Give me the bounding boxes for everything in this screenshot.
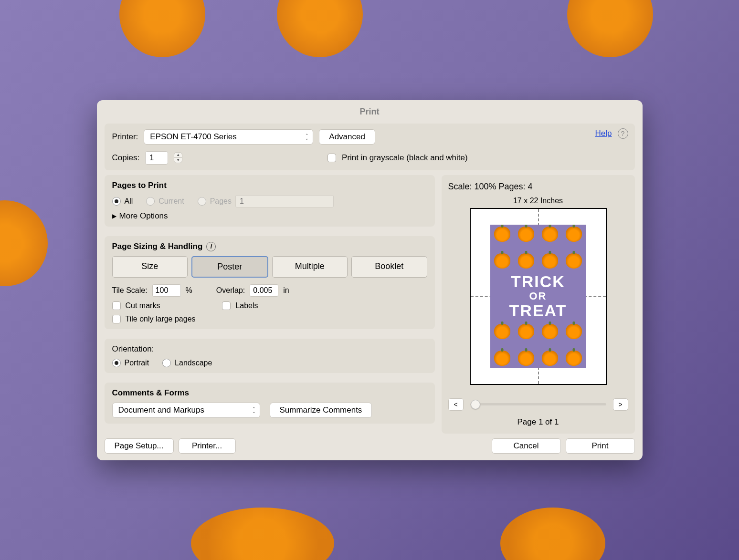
- pages-all-label: All: [125, 197, 133, 206]
- pages-range-radio[interactable]: [198, 197, 206, 206]
- sizing-multiple-button[interactable]: Multiple: [272, 256, 348, 278]
- more-options-toggle[interactable]: ▶ More Options: [112, 211, 427, 221]
- page-sizing-panel: Page Sizing & Handling i Size Poster Mul…: [105, 236, 435, 329]
- printer-label: Printer:: [112, 132, 138, 142]
- labels-checkbox[interactable]: [222, 301, 231, 310]
- poster-text-line2: OR: [529, 290, 547, 302]
- portrait-label: Portrait: [125, 359, 149, 367]
- help-link[interactable]: Help: [595, 129, 612, 138]
- preview-box: TRICK OR TREAT: [470, 208, 607, 385]
- comments-panel: Comments & Forms Document and Markups Su…: [105, 383, 435, 424]
- portrait-radio[interactable]: [112, 359, 121, 367]
- preview-panel: Scale: 100% Pages: 4 17 x 22 Inches TRIC…: [442, 175, 635, 434]
- sizing-title: Page Sizing & Handling: [112, 242, 203, 251]
- disclosure-triangle-icon: ▶: [112, 213, 116, 219]
- copies-stepper[interactable]: ▲ ▼: [174, 152, 182, 163]
- preview-slider[interactable]: [470, 403, 606, 405]
- orientation-panel: Orientation: Portrait Landscape: [105, 339, 435, 373]
- poster-text-line3: TREAT: [509, 302, 567, 320]
- comments-title: Comments & Forms: [112, 388, 427, 398]
- sizing-booklet-button[interactable]: Booklet: [351, 256, 427, 278]
- pages-all-radio[interactable]: [112, 197, 121, 206]
- info-icon[interactable]: i: [206, 242, 216, 251]
- summarize-comments-button[interactable]: Summarize Comments: [270, 403, 372, 418]
- poster-thumbnail: TRICK OR TREAT: [490, 225, 586, 368]
- preview-status: Scale: 100% Pages: 4: [448, 182, 628, 192]
- page-indicator: Page 1 of 1: [448, 417, 628, 427]
- sizing-title-row: Page Sizing & Handling i: [112, 242, 427, 251]
- overlap-unit: in: [283, 286, 289, 295]
- labels-label: Labels: [235, 301, 258, 310]
- copies-label: Copies:: [112, 153, 140, 163]
- grayscale-checkbox[interactable]: [327, 154, 336, 162]
- printer-select-value: EPSON ET-4700 Series: [150, 132, 236, 142]
- print-button[interactable]: Print: [566, 438, 635, 454]
- pages-current-radio[interactable]: [146, 197, 155, 206]
- pages-title: Pages to Print: [112, 181, 427, 190]
- more-options-label: More Options: [119, 211, 168, 221]
- orientation-title: Orientation:: [112, 344, 427, 354]
- printer-select[interactable]: EPSON ET-4700 Series: [144, 129, 313, 145]
- comments-select-value: Document and Markups: [118, 405, 204, 415]
- slider-thumb[interactable]: [471, 400, 480, 409]
- printer-settings-button[interactable]: Printer...: [179, 438, 236, 454]
- tile-only-checkbox[interactable]: [112, 315, 121, 323]
- overlap-input[interactable]: [250, 284, 278, 297]
- tile-scale-label: Tile Scale:: [112, 286, 148, 295]
- advanced-button[interactable]: Advanced: [319, 129, 375, 145]
- dialog-footer: Page Setup... Printer... Cancel Print: [105, 438, 635, 454]
- sizing-poster-button[interactable]: Poster: [191, 256, 268, 278]
- preview-next-button[interactable]: >: [613, 398, 628, 411]
- page-setup-button[interactable]: Page Setup...: [105, 438, 174, 454]
- tile-scale-unit: %: [186, 286, 192, 295]
- preview-dimensions: 17 x 22 Inches: [448, 197, 628, 205]
- cut-marks-checkbox[interactable]: [112, 301, 121, 310]
- cancel-button[interactable]: Cancel: [492, 438, 561, 454]
- landscape-radio[interactable]: [162, 359, 171, 367]
- landscape-label: Landscape: [175, 359, 212, 367]
- overlap-label: Overlap:: [216, 286, 245, 295]
- tile-scale-input[interactable]: [152, 284, 181, 297]
- printer-panel: Help ? Printer: EPSON ET-4700 Series Adv…: [105, 124, 635, 170]
- help-icon[interactable]: ?: [618, 128, 628, 139]
- tile-only-label: Tile only large pages: [126, 315, 196, 323]
- poster-text-line1: TRICK: [511, 273, 565, 290]
- stepper-up-icon[interactable]: ▲: [174, 153, 182, 158]
- pages-range-input[interactable]: [235, 195, 334, 207]
- dialog-title: Print: [97, 100, 643, 124]
- cut-marks-label: Cut marks: [126, 301, 160, 310]
- stepper-down-icon[interactable]: ▼: [174, 158, 182, 163]
- sizing-size-button[interactable]: Size: [112, 256, 188, 278]
- copies-input[interactable]: [145, 151, 168, 165]
- print-dialog: Print Help ? Printer: EPSON ET-4700 Seri…: [97, 100, 643, 460]
- grayscale-label: Print in grayscale (black and white): [342, 153, 468, 163]
- comments-select[interactable]: Document and Markups: [112, 403, 260, 418]
- pages-to-print-panel: Pages to Print All Current Pages: [105, 175, 435, 227]
- pages-current-label: Current: [158, 197, 184, 206]
- pages-range-label: Pages: [210, 197, 232, 206]
- preview-prev-button[interactable]: <: [448, 398, 464, 411]
